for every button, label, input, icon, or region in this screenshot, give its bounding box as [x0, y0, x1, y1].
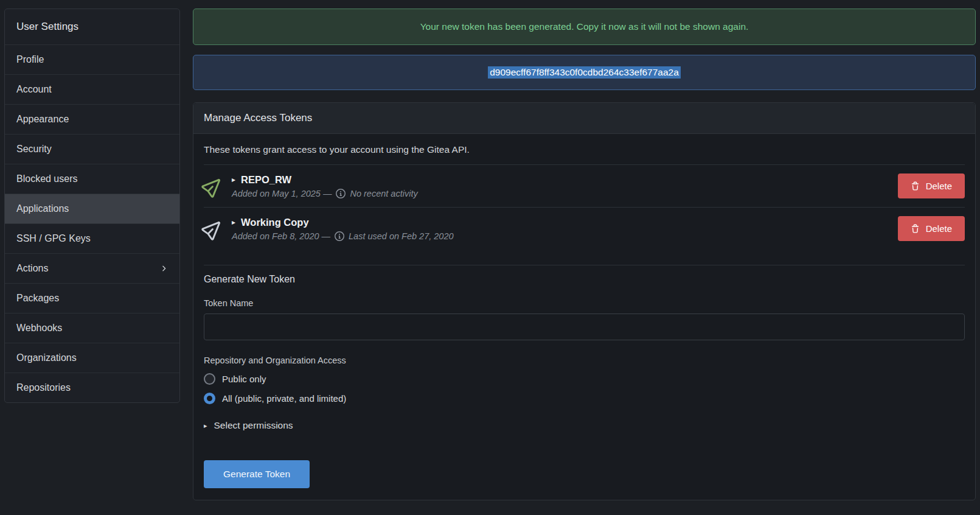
trash-icon	[911, 224, 920, 234]
sidebar-item-account[interactable]: Account	[5, 74, 179, 104]
sidebar-title: User Settings	[5, 9, 179, 44]
flash-text: Your new token has been generated. Copy …	[420, 21, 749, 32]
new-token-value[interactable]: d909ecff67f8ff343c0f0cdbd264c33ef677aa2a	[488, 66, 681, 79]
sidebar-item-security[interactable]: Security	[5, 134, 179, 164]
token-row: ▸ REPO_RW Added on May 1, 2025 — No rece…	[204, 164, 965, 207]
delete-token-button[interactable]: Delete	[898, 216, 965, 241]
token-name-toggle[interactable]: ▸ REPO_RW	[232, 174, 889, 186]
tokens-description: These tokens grant access to your accoun…	[204, 134, 965, 164]
generate-token-section: Generate New Token Token Name Repository…	[204, 265, 965, 500]
radio-public-only[interactable]: Public only	[204, 373, 965, 385]
radio-circle-checked-icon[interactable]	[204, 393, 215, 404]
new-token-value-box[interactable]: d909ecff67f8ff343c0f0cdbd264c33ef677aa2a	[193, 55, 976, 90]
chevron-right-icon	[159, 264, 168, 273]
radio-all-access[interactable]: All (public, private, and limited)	[204, 393, 965, 404]
sidebar-item-webhooks[interactable]: Webhooks	[5, 313, 179, 343]
delete-token-button[interactable]: Delete	[898, 173, 965, 198]
token-meta: Added on May 1, 2025 — No recent activit…	[232, 189, 889, 198]
panel-title: Manage Access Tokens	[193, 103, 975, 134]
radio-circle-icon[interactable]	[204, 373, 215, 385]
repo-org-access-label: Repository and Organization Access	[204, 356, 965, 365]
sidebar-item-actions[interactable]: Actions	[5, 253, 179, 283]
flash-success-message: Your new token has been generated. Copy …	[193, 9, 976, 45]
main-content: Your new token has been generated. Copy …	[193, 9, 976, 500]
token-name: Working Copy	[241, 217, 309, 228]
token-added-date: Added on Feb 8, 2020 —	[232, 231, 330, 241]
token-activity: Last used on Feb 27, 2020	[349, 231, 454, 241]
manage-tokens-panel: Manage Access Tokens These tokens grant …	[193, 102, 976, 500]
sidebar-item-blocked-users[interactable]: Blocked users	[5, 164, 179, 194]
sidebar-item-repositories[interactable]: Repositories	[5, 373, 179, 402]
info-icon	[336, 189, 346, 198]
sidebar-item-appearance[interactable]: Appearance	[5, 104, 179, 134]
token-name-toggle[interactable]: ▸ Working Copy	[232, 217, 889, 228]
sidebar-item-ssh-gpg-keys[interactable]: SSH / GPG Keys	[5, 223, 179, 253]
collapse-triangle-icon: ▸	[204, 422, 207, 429]
token-name-label: Token Name	[204, 298, 965, 308]
settings-sidebar: User Settings Profile Account Appearance…	[4, 9, 180, 403]
sidebar-item-organizations[interactable]: Organizations	[5, 343, 179, 373]
token-activity: No recent activity	[350, 189, 417, 198]
token-row: ▸ Working Copy Added on Feb 8, 2020 — La…	[204, 207, 965, 250]
generate-token-button[interactable]: Generate Token	[204, 460, 310, 488]
collapse-triangle-icon: ▸	[232, 219, 235, 226]
token-name: REPO_RW	[241, 174, 291, 186]
select-permissions-toggle[interactable]: ▸ Select permissions	[204, 420, 965, 431]
paper-plane-icon	[200, 173, 227, 200]
settings-page: User Settings Profile Account Appearance…	[0, 0, 980, 500]
token-name-input[interactable]	[204, 314, 965, 340]
info-icon	[335, 231, 344, 241]
token-added-date: Added on May 1, 2025 —	[232, 189, 332, 198]
sidebar-item-packages[interactable]: Packages	[5, 283, 179, 313]
sidebar-item-applications[interactable]: Applications	[5, 194, 179, 223]
generate-token-title: Generate New Token	[204, 274, 965, 285]
token-meta: Added on Feb 8, 2020 — Last used on Feb …	[232, 231, 889, 241]
sidebar-item-profile[interactable]: Profile	[5, 44, 179, 74]
collapse-triangle-icon: ▸	[232, 176, 235, 183]
trash-icon	[911, 181, 920, 191]
paper-plane-icon	[200, 215, 227, 242]
